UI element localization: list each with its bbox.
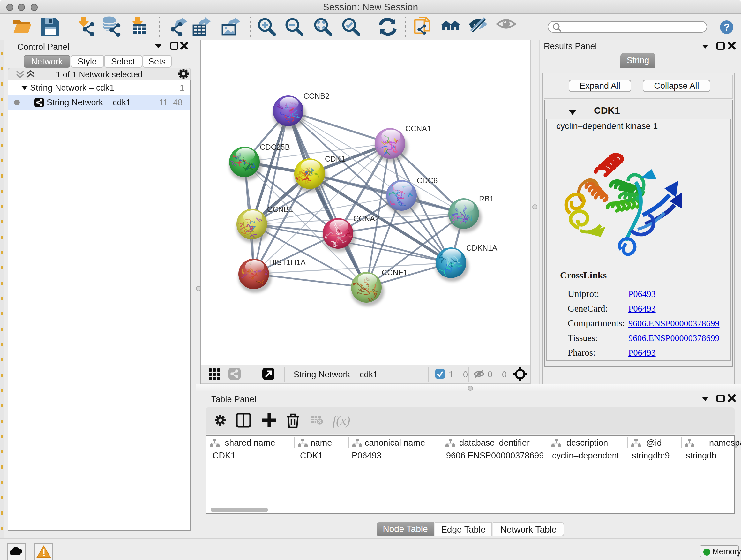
svg-text:CCNE1: CCNE1 [382,268,408,277]
svg-text:CCNB2: CCNB2 [304,91,329,100]
svg-text:CCNA2: CCNA2 [353,214,379,223]
svg-text:CCNB1: CCNB1 [267,205,293,213]
svg-text:HIST1H1A: HIST1H1A [269,258,306,266]
svg-text:0 – 0: 0 – 0 [488,370,507,379]
svg-text:CCNA1: CCNA1 [405,124,431,133]
svg-text:CDK1: CDK1 [325,154,345,163]
svg-text:1 – 0: 1 – 0 [449,370,468,379]
svg-text:RB1: RB1 [479,194,494,203]
svg-text:?: ? [724,21,730,33]
svg-text:CDC6: CDC6 [417,176,437,185]
svg-text:CDKN1A: CDKN1A [466,244,497,252]
svg-text:String Network – cdk1: String Network – cdk1 [293,370,378,379]
svg-text:f(x): f(x) [332,413,350,427]
svg-text:CDC25B: CDC25B [260,143,290,151]
